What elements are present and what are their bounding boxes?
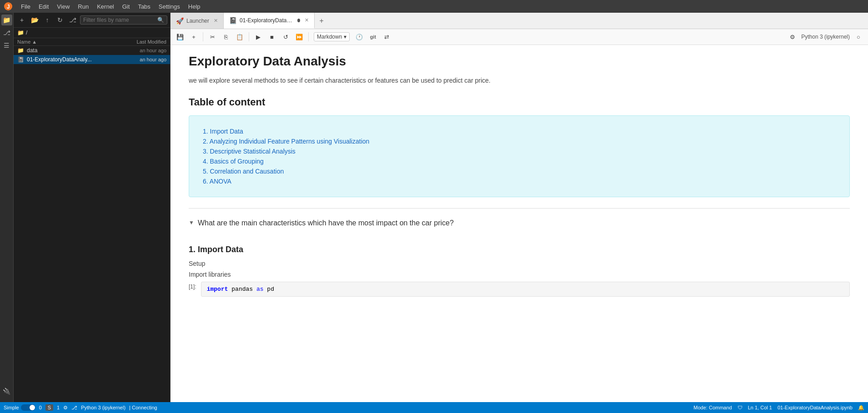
toc-item-4-label: Basics of Grouping xyxy=(210,158,264,165)
toc-item-1-label: Import Data xyxy=(210,128,243,135)
search-input[interactable] xyxy=(83,17,157,23)
svg-text:J: J xyxy=(7,4,10,10)
toggle-track[interactable] xyxy=(21,404,35,411)
menu-tabs[interactable]: Tabs xyxy=(134,2,154,11)
cut-cell-button[interactable]: ✂ xyxy=(206,31,218,43)
sync-button[interactable]: ⇄ xyxy=(381,31,392,43)
toolbar-separator-1 xyxy=(203,32,203,41)
restart-button[interactable]: ↺ xyxy=(280,31,291,43)
tab-launcher-close[interactable]: ✕ xyxy=(214,18,218,24)
mode-label: Mode: Command xyxy=(693,405,732,410)
toc-heading: Table of content xyxy=(189,96,850,108)
setup-label: Setup xyxy=(189,260,850,267)
toc-item-4[interactable]: 4. Basics of Grouping xyxy=(203,158,836,165)
new-file-button[interactable]: + xyxy=(16,15,27,25)
toolbar-separator-3 xyxy=(308,32,309,41)
toggle-knob xyxy=(30,405,35,410)
shield-icon: 🛡 xyxy=(738,405,743,410)
notebook-item-icon: 📓 xyxy=(17,56,24,63)
notebook-title: Exploratory Data Analysis xyxy=(189,54,850,69)
file-toolbar: + 📂 ↑ ↻ ⎇ 🔍 xyxy=(14,13,170,28)
tab-notebook-close[interactable]: ✕ xyxy=(305,17,309,23)
toc-item-6[interactable]: 6. ANOVA xyxy=(203,178,836,185)
tab-bar: 🚀 Launcher ✕ 📓 01-ExploratoryDataAnalysi… xyxy=(171,13,868,29)
copy-cell-button[interactable]: ⎘ xyxy=(220,31,232,43)
run-cell-button[interactable]: ▶ xyxy=(252,31,264,43)
add-cell-button[interactable]: + xyxy=(188,31,200,43)
breadcrumb-path: / xyxy=(26,30,27,36)
notebook-subtitle: we will explore several methods to see i… xyxy=(189,76,850,85)
notebook-toolbar: 💾 + ✂ ⎘ 📋 ▶ ■ ↺ ⏩ Markdown ▾ 🕐 git ⇄ ⚙ P… xyxy=(171,29,868,45)
notification-bell-icon[interactable]: 🔔 xyxy=(858,405,864,411)
content-area: 🚀 Launcher ✕ 📓 01-ExploratoryDataAnalysi… xyxy=(171,13,868,402)
import-keyword: import xyxy=(207,286,228,293)
toc-item-3-num: 3. xyxy=(203,148,208,155)
sidebar-git-icon[interactable]: ⎇ xyxy=(1,27,12,38)
file-item-name: data xyxy=(27,47,112,54)
save-button[interactable]: 💾 xyxy=(174,31,186,43)
menu-git[interactable]: Git xyxy=(119,2,134,11)
main-question: What are the main characteristics which … xyxy=(198,218,454,229)
menu-settings[interactable]: Settings xyxy=(155,2,184,11)
file-item-modified: an hour ago xyxy=(112,48,166,53)
import-heading: 1. Import Data xyxy=(189,245,850,254)
git-clone-button[interactable]: ⎇ xyxy=(67,15,78,25)
file-item-notebook-modified: an hour ago xyxy=(112,57,166,62)
code-block[interactable]: import pandas as pd xyxy=(201,282,850,297)
simple-toggle[interactable]: Simple xyxy=(4,404,35,411)
toc-item-3[interactable]: 3. Descriptive Statistical Analysis xyxy=(203,148,836,155)
tab-notebook-label: 01-ExploratoryDataAnalysis.i... xyxy=(240,17,293,24)
menu-view[interactable]: View xyxy=(53,2,73,11)
app-logo: J xyxy=(4,2,13,11)
menu-help[interactable]: Help xyxy=(185,2,204,11)
tab-launcher[interactable]: 🚀 Launcher ✕ xyxy=(171,13,224,29)
toc-item-6-num: 6. xyxy=(203,178,208,185)
cell-count-badge: 0 xyxy=(39,405,42,410)
search-box: 🔍 xyxy=(80,15,167,25)
menu-run[interactable]: Run xyxy=(74,2,92,11)
toc-item-2-label: Analyzing Individual Feature Patterns us… xyxy=(210,138,370,145)
column-name-header[interactable]: Name ▲ xyxy=(17,39,112,45)
sidebar-toc-icon[interactable]: ☰ xyxy=(1,40,12,51)
git-button[interactable]: git xyxy=(367,31,379,43)
kernel-name-status: Python 3 (ipykernel) xyxy=(81,405,125,410)
file-item-notebook[interactable]: 📓 01-ExploratoryDataAnaly... an hour ago xyxy=(14,55,170,64)
settings-icon[interactable]: ⚙ xyxy=(787,31,798,43)
add-tab-button[interactable]: + xyxy=(315,13,328,29)
upload-button[interactable]: ↑ xyxy=(42,15,53,25)
breadcrumb-folder-icon: 📁 xyxy=(17,30,24,36)
toc-item-4-num: 4. xyxy=(203,158,208,165)
menu-edit[interactable]: Edit xyxy=(35,2,52,11)
tab-launcher-label: Launcher xyxy=(186,18,209,24)
toc-item-2[interactable]: 2. Analyzing Individual Feature Patterns… xyxy=(203,138,836,145)
tab-notebook[interactable]: 📓 01-ExploratoryDataAnalysis.i... ✕ xyxy=(224,13,315,29)
menu-kernel[interactable]: Kernel xyxy=(93,2,118,11)
sidebar-files-icon[interactable]: 📁 xyxy=(1,15,12,25)
simple-label: Simple xyxy=(4,405,19,410)
sidebar-extensions-icon[interactable]: 🔌 xyxy=(1,386,12,397)
clock-button[interactable]: 🕐 xyxy=(353,31,365,43)
restart-run-button[interactable]: ⏩ xyxy=(293,31,305,43)
file-panel: + 📂 ↑ ↻ ⎇ 🔍 📁 / Name ▲ Last Modified 📁 d xyxy=(14,13,171,402)
toc-item-1[interactable]: 1. Import Data xyxy=(203,128,836,135)
file-header: Name ▲ Last Modified xyxy=(14,38,170,46)
toc-item-5[interactable]: 5. Correlation and Causation xyxy=(203,168,836,175)
notebook-tab-icon: 📓 xyxy=(229,17,237,24)
ln-col-label: Ln 1, Col 1 xyxy=(748,405,772,410)
pd-text: pd xyxy=(267,286,274,293)
paste-cell-button[interactable]: 📋 xyxy=(234,31,246,43)
refresh-button[interactable]: ↻ xyxy=(55,15,65,25)
git-status-icon: ⎇ xyxy=(71,405,77,411)
stop-button[interactable]: ■ xyxy=(266,31,278,43)
status-settings-icon[interactable]: ⚙ xyxy=(63,405,68,411)
menu-file[interactable]: File xyxy=(17,2,34,11)
launcher-tab-icon: 🚀 xyxy=(176,17,184,25)
kernel-status-icon[interactable]: ○ xyxy=(853,31,864,43)
file-item-data[interactable]: 📁 data an hour ago xyxy=(14,46,170,55)
open-folder-button[interactable]: 📂 xyxy=(29,15,40,25)
collapse-button[interactable]: ▼ xyxy=(189,219,194,226)
dropdown-chevron-icon: ▾ xyxy=(344,34,346,40)
cell-indicator: S xyxy=(45,404,53,411)
toc-box: 1. Import Data 2. Analyzing Individual F… xyxy=(189,115,850,197)
cell-type-dropdown[interactable]: Markdown ▾ xyxy=(314,32,350,41)
